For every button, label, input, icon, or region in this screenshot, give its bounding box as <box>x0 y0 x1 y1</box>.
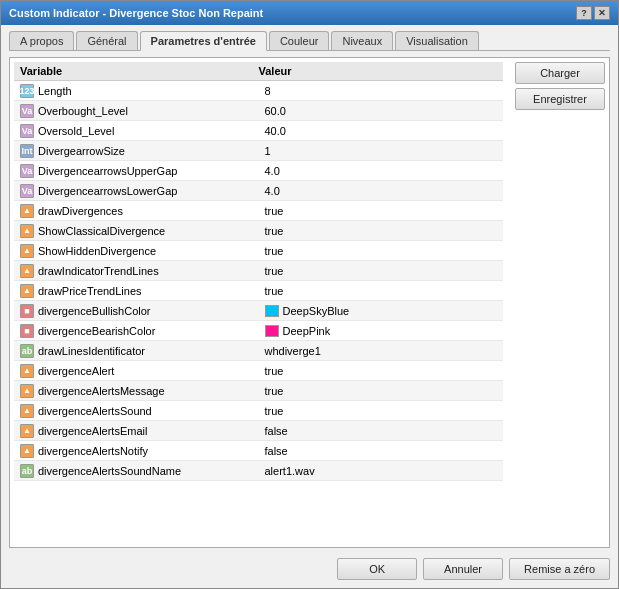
table-row[interactable]: ▲divergenceAlerttrue <box>14 361 503 381</box>
table-row[interactable]: ▲ShowHiddenDivergencetrue <box>14 241 503 261</box>
color-swatch <box>265 325 279 337</box>
table-row[interactable]: ▲divergenceAlertsMessagetrue <box>14 381 503 401</box>
variable-cell: IntDivergearrowSize <box>14 142 259 160</box>
tab-parametres[interactable]: Parametres d'entrée <box>140 31 267 51</box>
value-cell: 8 <box>259 83 504 99</box>
value-cell: true <box>259 243 504 259</box>
annuler-button[interactable]: Annuler <box>423 558 503 580</box>
title-bar: Custom Indicator - Divergence Stoc Non R… <box>1 1 618 25</box>
value-text: true <box>265 205 284 217</box>
col-value-header: Valeur <box>259 65 498 77</box>
table-row[interactable]: ▲divergenceAlertsSoundtrue <box>14 401 503 421</box>
row-icon: ■ <box>20 304 34 318</box>
table-row[interactable]: IntDivergearrowSize1 <box>14 141 503 161</box>
bottom-row: OK Annuler Remise a zéro <box>9 554 610 580</box>
row-icon: ▲ <box>20 244 34 258</box>
col-variable-header: Variable <box>20 65 259 77</box>
table-row[interactable]: ▲drawDivergencestrue <box>14 201 503 221</box>
table-row[interactable]: VaDivergencearrowsLowerGap4.0 <box>14 181 503 201</box>
remise-button[interactable]: Remise a zéro <box>509 558 610 580</box>
variable-name: divergenceBearishColor <box>38 325 155 337</box>
value-cell: true <box>259 383 504 399</box>
variable-cell: VaDivergencearrowsLowerGap <box>14 182 259 200</box>
value-text: 1 <box>265 145 271 157</box>
variable-name: DivergencearrowsLowerGap <box>38 185 177 197</box>
variable-cell: ▲drawPriceTrendLines <box>14 282 259 300</box>
table-row[interactable]: ▲divergenceAlertsEmailfalse <box>14 421 503 441</box>
variable-cell: abdrawLinesIdentificator <box>14 342 259 360</box>
variable-name: Length <box>38 85 72 97</box>
variable-name: divergenceAlert <box>38 365 114 377</box>
variable-name: DivergencearrowsUpperGap <box>38 165 177 177</box>
variable-name: divergenceAlertsMessage <box>38 385 165 397</box>
tab-couleur[interactable]: Couleur <box>269 31 330 50</box>
variable-name: DivergearrowSize <box>38 145 125 157</box>
variable-cell: ▲drawIndicatorTrendLines <box>14 262 259 280</box>
row-icon: ▲ <box>20 284 34 298</box>
table-row[interactable]: ■divergenceBullishColorDeepSkyBlue <box>14 301 503 321</box>
variable-name: ShowHiddenDivergence <box>38 245 156 257</box>
table-row[interactable]: VaDivergencearrowsUpperGap4.0 <box>14 161 503 181</box>
value-text: true <box>265 265 284 277</box>
variable-cell: ▲divergenceAlert <box>14 362 259 380</box>
table-row[interactable]: VaOverbought_Level60.0 <box>14 101 503 121</box>
variable-name: Oversold_Level <box>38 125 114 137</box>
value-cell: DeepSkyBlue <box>259 303 504 319</box>
row-icon: ab <box>20 464 34 478</box>
row-icon: ▲ <box>20 364 34 378</box>
tab-apropos[interactable]: A propos <box>9 31 74 50</box>
tab-visualisation[interactable]: Visualisation <box>395 31 479 50</box>
table-row[interactable]: VaOversold_Level40.0 <box>14 121 503 141</box>
variable-cell: ▲divergenceAlertsEmail <box>14 422 259 440</box>
value-text: false <box>265 445 288 457</box>
value-cell: false <box>259 423 504 439</box>
table-row[interactable]: 123Length8 <box>14 81 503 101</box>
variable-cell: ▲divergenceAlertsMessage <box>14 382 259 400</box>
row-icon: ab <box>20 344 34 358</box>
tab-general[interactable]: Général <box>76 31 137 50</box>
value-text: DeepPink <box>283 325 331 337</box>
variable-cell: ▲ShowClassicalDivergence <box>14 222 259 240</box>
tab-bar: A propos Général Parametres d'entrée Cou… <box>9 31 610 51</box>
value-text: true <box>265 245 284 257</box>
table-row[interactable]: abdrawLinesIdentificatorwhdiverge1 <box>14 341 503 361</box>
table-row[interactable]: ▲ShowClassicalDivergencetrue <box>14 221 503 241</box>
value-cell: false <box>259 443 504 459</box>
charger-button[interactable]: Charger <box>515 62 605 84</box>
table-row[interactable]: abdivergenceAlertsSoundNamealert1.wav <box>14 461 503 481</box>
enregistrer-button[interactable]: Enregistrer <box>515 88 605 110</box>
row-icon: Va <box>20 184 34 198</box>
variable-name: divergenceAlertsEmail <box>38 425 147 437</box>
value-cell: true <box>259 403 504 419</box>
value-text: true <box>265 285 284 297</box>
value-cell: true <box>259 223 504 239</box>
variable-name: Overbought_Level <box>38 105 128 117</box>
value-text: 4.0 <box>265 185 280 197</box>
table-row[interactable]: ▲divergenceAlertsNotifyfalse <box>14 441 503 461</box>
value-text: 4.0 <box>265 165 280 177</box>
close-button[interactable]: ✕ <box>594 6 610 20</box>
value-text: 40.0 <box>265 125 286 137</box>
value-cell: 40.0 <box>259 123 504 139</box>
variable-cell: ▲drawDivergences <box>14 202 259 220</box>
tab-niveaux[interactable]: Niveaux <box>331 31 393 50</box>
row-icon: Va <box>20 104 34 118</box>
variable-name: divergenceAlertsSoundName <box>38 465 181 477</box>
variable-name: drawLinesIdentificator <box>38 345 145 357</box>
main-window: Custom Indicator - Divergence Stoc Non R… <box>0 0 619 589</box>
table-body: 123Length8VaOverbought_Level60.0VaOverso… <box>14 81 503 543</box>
help-button[interactable]: ? <box>576 6 592 20</box>
value-text: alert1.wav <box>265 465 315 477</box>
variable-cell: ▲divergenceAlertsSound <box>14 402 259 420</box>
row-icon: 123 <box>20 84 34 98</box>
table-row[interactable]: ▲drawPriceTrendLinestrue <box>14 281 503 301</box>
variable-cell: ■divergenceBullishColor <box>14 302 259 320</box>
variable-cell: abdivergenceAlertsSoundName <box>14 462 259 480</box>
variable-cell: 123Length <box>14 82 259 100</box>
table-row[interactable]: ■divergenceBearishColorDeepPink <box>14 321 503 341</box>
value-text: true <box>265 225 284 237</box>
ok-button[interactable]: OK <box>337 558 417 580</box>
table-row[interactable]: ▲drawIndicatorTrendLinestrue <box>14 261 503 281</box>
variable-name: divergenceAlertsSound <box>38 405 152 417</box>
value-cell: whdiverge1 <box>259 343 504 359</box>
